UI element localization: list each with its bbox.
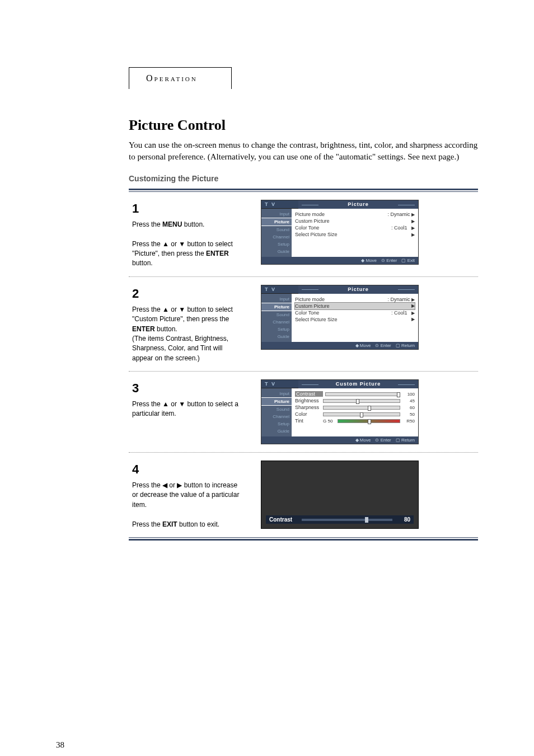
step-1-number: 1: [132, 200, 244, 218]
slider-sharpness[interactable]: Sharpness 60: [295, 404, 415, 411]
right-arrow-icon: ▶: [411, 297, 415, 302]
footer-exit: ▢ Exit: [401, 258, 415, 263]
sharpness-value: 60: [402, 405, 415, 410]
nav-setup[interactable]: Setup: [261, 241, 292, 248]
step-4-screenshot: Contrast 80: [261, 461, 419, 529]
subheading: Customizing the Picture: [129, 174, 478, 183]
tint-green-value: G 50: [323, 419, 335, 424]
step-1-p2c: button.: [132, 259, 153, 267]
step-4-p1: Press the ◀ or ▶ button to increase or d…: [132, 481, 244, 510]
right-arrow-icon: ▶: [411, 232, 415, 237]
custom-picture-label: Custom Picture: [295, 303, 330, 309]
tint-slider[interactable]: [338, 419, 400, 423]
nav-setup[interactable]: Setup: [261, 420, 292, 428]
slider-color[interactable]: Color 50: [295, 411, 415, 417]
nav-channel[interactable]: Channel: [261, 413, 292, 420]
section-tab: Operation: [129, 67, 232, 89]
color-value: 50: [402, 412, 415, 417]
nav-input[interactable]: Input: [261, 390, 292, 397]
osd-title-custom: Custom Picture: [298, 380, 418, 388]
picture-mode-value: : Dynamic: [387, 297, 410, 302]
footer-enter: ⊙ Enter: [381, 258, 397, 263]
step-3-screenshot: T V Custom Picture Input Picture Sound C…: [261, 379, 419, 444]
nav-guide[interactable]: Guide: [261, 248, 292, 255]
tint-red-value: R50: [402, 419, 415, 424]
nav-sound[interactable]: Sound: [261, 311, 292, 318]
osd-nav: Input Picture Sound Channel Setup Guide: [261, 209, 292, 257]
color-slider[interactable]: [323, 412, 400, 416]
adjust-slider[interactable]: [302, 519, 392, 521]
nav-input[interactable]: Input: [261, 210, 292, 218]
row-custom-picture[interactable]: Custom Picture ▶: [295, 218, 415, 224]
page-number: 38: [56, 740, 64, 750]
row-color-tone[interactable]: Color Tone : Cool1 ▶: [295, 224, 415, 231]
step-4-number: 4: [132, 461, 244, 478]
step-2-p1c: button.: [155, 325, 177, 333]
adjust-value: 80: [397, 516, 410, 523]
contrast-value: 100: [402, 392, 415, 397]
row-custom-picture-selected[interactable]: Custom Picture ▶: [295, 303, 415, 309]
select-size-label: Select Picture Size: [295, 232, 338, 237]
step-4-p2a: Press the: [132, 520, 162, 528]
slider-contrast[interactable]: Contrast 100: [295, 391, 415, 397]
nav-input[interactable]: Input: [261, 295, 292, 303]
footer-return: ▢ Return: [396, 438, 415, 443]
footer-move: ◆ Move: [355, 343, 371, 348]
osd-main-custom: Contrast 100 Brightness 45: [292, 388, 418, 436]
osd-menu: T V Picture Input Picture Sound Channel …: [261, 200, 419, 265]
step-1-p1c: button.: [182, 220, 204, 228]
step-1-screenshot: T V Picture Input Picture Sound Channel …: [261, 200, 419, 265]
step-1-p1a: Press the: [132, 220, 162, 228]
row-color-tone[interactable]: Color Tone : Cool1 ▶: [295, 309, 415, 316]
step-1: 1 Press the MENU button. Press the ▲ or …: [129, 192, 478, 276]
sharpness-label: Sharpness: [295, 405, 321, 410]
step-4-p2c: button to exit.: [177, 520, 219, 528]
page-title: Picture Control: [129, 117, 478, 134]
footer-enter: ⊙ Enter: [375, 438, 391, 443]
step-3: 3 Press the ▲ or ▼ button to select a pa…: [129, 371, 478, 452]
select-size-label: Select Picture Size: [295, 317, 338, 322]
slider-handle-icon: [365, 517, 368, 523]
step-4: 4 Press the ◀ or ▶ button to increase or…: [129, 452, 478, 537]
step-2: 2 Press the ▲ or ▼ button to select "Cus…: [129, 276, 478, 371]
osd-menu: T V Picture Input Picture Sound Channel …: [261, 285, 419, 350]
nav-setup[interactable]: Setup: [261, 326, 292, 333]
right-arrow-icon: ▶: [411, 226, 415, 231]
slider-tint[interactable]: Tint G 50 R50: [295, 417, 415, 424]
osd-tv-label: T V: [261, 200, 298, 209]
right-arrow-icon: ▶: [411, 311, 415, 316]
contrast-slider[interactable]: [325, 392, 400, 396]
slider-brightness[interactable]: Brightness 45: [295, 397, 415, 404]
nav-sound[interactable]: Sound: [261, 226, 292, 233]
row-select-size[interactable]: Select Picture Size ▶: [295, 316, 415, 323]
right-arrow-icon: ▶: [411, 212, 415, 217]
step-2-p2: (The items Contrast, Brightness, Sharpne…: [132, 334, 244, 363]
custom-picture-label: Custom Picture: [295, 218, 330, 224]
nav-picture[interactable]: Picture: [261, 303, 292, 311]
osd-title: Picture: [298, 285, 418, 294]
footer-move: ◆ Move: [355, 438, 371, 443]
step-2-screenshot: T V Picture Input Picture Sound Channel …: [261, 285, 419, 350]
osd-main: Picture mode : Dynamic ▶ Custom Picture …: [292, 209, 418, 257]
contrast-label: Contrast: [295, 391, 323, 397]
row-picture-mode[interactable]: Picture mode : Dynamic ▶: [295, 211, 415, 218]
footer-enter: ⊙ Enter: [375, 343, 391, 348]
nav-channel[interactable]: Channel: [261, 233, 292, 241]
nav-guide[interactable]: Guide: [261, 428, 292, 435]
nav-channel[interactable]: Channel: [261, 318, 292, 326]
nav-picture[interactable]: Picture: [261, 218, 292, 226]
sharpness-slider[interactable]: [323, 406, 400, 410]
row-select-size[interactable]: Select Picture Size ▶: [295, 231, 415, 238]
adjust-label: Contrast: [269, 516, 297, 523]
brightness-slider[interactable]: [323, 399, 400, 403]
step-3-number: 3: [132, 379, 244, 397]
content-area: Picture Control You can use the on-scree…: [129, 117, 478, 541]
nav-guide[interactable]: Guide: [261, 333, 292, 340]
steps-container: 1 Press the MENU button. Press the ▲ or …: [129, 189, 478, 541]
step-2-p1a: Press the ▲ or ▼ button to select "Custo…: [132, 306, 233, 323]
osd-main: Picture mode : Dynamic ▶ Custom Picture …: [292, 294, 418, 342]
nav-sound[interactable]: Sound: [261, 406, 292, 413]
nav-picture[interactable]: Picture: [261, 397, 292, 406]
footer-move: ◆ Move: [361, 258, 377, 263]
row-picture-mode[interactable]: Picture mode : Dynamic ▶: [295, 296, 415, 303]
